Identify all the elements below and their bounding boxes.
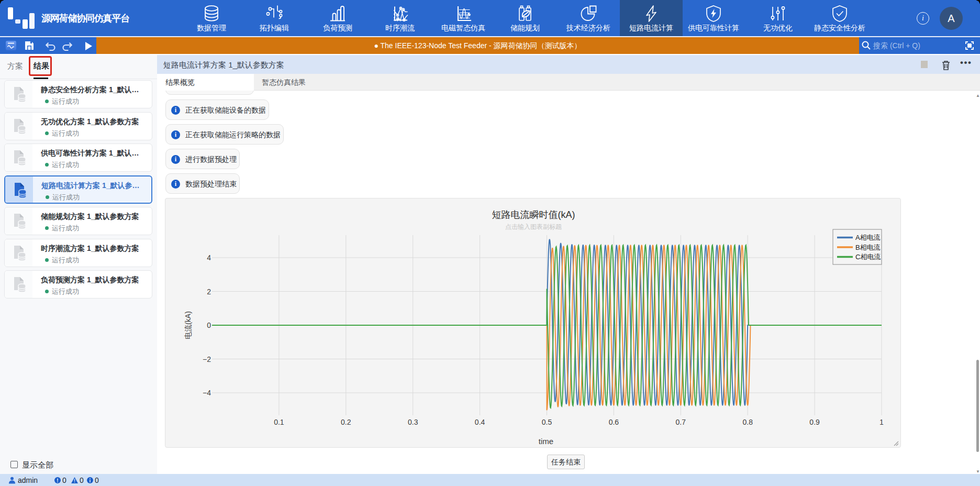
- svg-text:0: 0: [207, 321, 211, 329]
- svg-text:0.9: 0.9: [809, 418, 820, 426]
- svg-text:2: 2: [207, 288, 211, 296]
- svg-text:B相电流: B相电流: [855, 244, 881, 251]
- svg-text:0.1: 0.1: [274, 418, 284, 426]
- svg-text:C相电流: C相电流: [855, 253, 881, 261]
- svg-text:0.5: 0.5: [542, 418, 552, 426]
- svg-text:0.7: 0.7: [676, 418, 686, 426]
- svg-text:点击输入图表副标题: 点击输入图表副标题: [505, 223, 562, 230]
- svg-text:−2: −2: [203, 355, 211, 363]
- svg-text:1: 1: [879, 418, 884, 426]
- svg-text:time: time: [539, 437, 553, 446]
- svg-text:短路电流瞬时值(kA): 短路电流瞬时值(kA): [492, 209, 575, 220]
- svg-text:A相电流: A相电流: [855, 234, 881, 241]
- svg-text:0.4: 0.4: [475, 418, 485, 426]
- svg-text:0.8: 0.8: [742, 418, 753, 426]
- svg-text:0.3: 0.3: [408, 418, 418, 426]
- svg-text:0.2: 0.2: [341, 418, 351, 426]
- svg-text:4: 4: [207, 253, 211, 262]
- svg-text:电流(kA): 电流(kA): [184, 311, 192, 339]
- svg-text:−4: −4: [203, 389, 211, 397]
- svg-text:0.6: 0.6: [609, 418, 619, 426]
